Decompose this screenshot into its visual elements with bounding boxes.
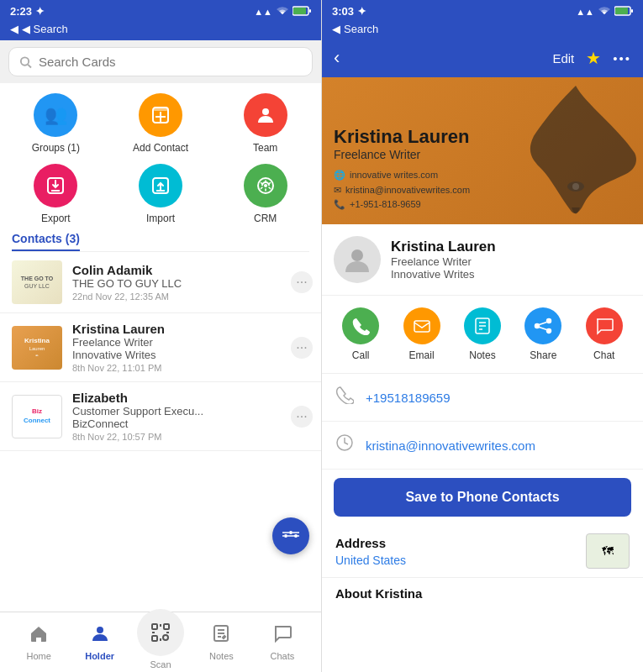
- action-import[interactable]: Import: [113, 164, 208, 224]
- nav-chats[interactable]: Chats: [252, 624, 313, 661]
- scan-button-circle[interactable]: [137, 609, 184, 656]
- svg-point-27: [163, 635, 168, 640]
- search-input[interactable]: [39, 55, 302, 69]
- left-search-nav[interactable]: ◀ ◀ Search: [0, 21, 321, 40]
- right-status-bar: 3:03 ✦ ▲▲: [322, 0, 643, 21]
- chat-icon: [586, 307, 623, 344]
- nav-scan-label: Scan: [150, 659, 171, 669]
- nav-notes-label: Notes: [209, 651, 234, 661]
- home-icon: [29, 624, 48, 648]
- contact-more-elizabeth[interactable]: ···: [291, 406, 313, 428]
- contact-more-kristina[interactable]: ···: [291, 337, 313, 359]
- notes-action-icon: [464, 307, 501, 344]
- svg-point-9: [262, 108, 269, 115]
- contact-detail-body: Kristina Lauren Freelance Writer Innovat…: [322, 224, 643, 672]
- biz-card-content: Kristina Lauren Freelance Writer 🌐 innov…: [334, 126, 470, 213]
- svg-line-50: [540, 323, 547, 325]
- search-bar[interactable]: [8, 47, 313, 76]
- notes-action-label: Notes: [469, 349, 495, 361]
- contact-title-kristina: Freelance Writer: [72, 336, 309, 349]
- profile-info: Kristina Lauren Freelance Writer Innovat…: [391, 239, 496, 281]
- contact-item-elizabeth[interactable]: Biz Connect Elizabeth Customer Support E…: [0, 382, 321, 451]
- holder-icon: [91, 624, 109, 648]
- action-crm[interactable]: CRM: [218, 164, 313, 224]
- action-groups[interactable]: 👥 Groups (1): [8, 93, 103, 154]
- pen-decoration: [509, 77, 643, 224]
- svg-point-41: [351, 249, 363, 261]
- import-icon: [139, 164, 182, 207]
- address-heading: Address: [335, 536, 586, 554]
- svg-point-23: [97, 627, 103, 633]
- svg-rect-25: [164, 624, 169, 629]
- svg-rect-2: [309, 9, 311, 13]
- action-call[interactable]: Call: [342, 307, 379, 361]
- contact-item-kristina[interactable]: Kristina Lauren ✒ Kristina Lauren Freela…: [0, 313, 321, 382]
- action-team[interactable]: Team: [218, 93, 313, 154]
- groups-icon: 👥: [34, 93, 77, 137]
- right-search-label: Search: [344, 23, 378, 35]
- call-label: Call: [352, 349, 370, 361]
- fab-filter-button[interactable]: [272, 517, 309, 554]
- action-chat[interactable]: Chat: [586, 307, 623, 361]
- svg-point-47: [547, 319, 551, 323]
- crm-icon: [244, 164, 287, 207]
- contact-company-elizabeth: BizConnect: [72, 417, 309, 430]
- contacts-count-label: Contacts (3): [12, 232, 80, 245]
- export-label: Export: [41, 213, 71, 224]
- right-battery-icon: [614, 6, 633, 18]
- star-button[interactable]: ★: [586, 48, 601, 68]
- nav-holder[interactable]: Holder: [69, 624, 129, 661]
- contact-title-elizabeth: Customer Support Execu...: [72, 405, 309, 417]
- left-signal-icon: ▲▲: [254, 7, 272, 17]
- right-time: 3:03: [332, 5, 354, 18]
- back-button[interactable]: ‹: [334, 47, 340, 69]
- action-share[interactable]: Share: [524, 307, 561, 361]
- detail-header: ‹ Edit ★ •••: [322, 40, 643, 77]
- svg-point-16: [284, 534, 287, 538]
- contact-thumb-elizabeth: Biz Connect: [12, 395, 62, 438]
- right-panel: 3:03 ✦ ▲▲ ◀ Search: [322, 0, 643, 672]
- contact-thumb-colin: THE GO TO GUY LLC: [12, 260, 62, 304]
- right-back-arrow: ◀: [332, 23, 340, 35]
- svg-rect-26: [152, 636, 157, 641]
- email-field[interactable]: kristina@innovativewrites.com: [322, 422, 643, 470]
- left-wifi-icon: [276, 6, 289, 18]
- left-status-bar: 2:23 ✦ ▲▲: [0, 0, 321, 21]
- crm-label: CRM: [254, 213, 277, 224]
- svg-point-49: [547, 329, 551, 333]
- contact-more-colin[interactable]: ···: [291, 271, 313, 293]
- contact-item-colin[interactable]: THE GO TO GUY LLC Colin Adamik THE GO TO…: [0, 252, 321, 313]
- phone-field-icon: [335, 386, 354, 409]
- contacts-section-header: Contacts (3): [0, 231, 321, 252]
- svg-point-48: [535, 324, 540, 328]
- svg-line-51: [540, 328, 547, 330]
- phone-value: +19518189659: [366, 391, 451, 405]
- save-to-contacts-button[interactable]: Save to Phone Contacts: [334, 478, 631, 517]
- map-thumbnail: 🗺: [586, 533, 630, 569]
- action-export[interactable]: Export: [8, 164, 103, 224]
- more-button[interactable]: •••: [613, 51, 631, 66]
- email-icon: [403, 307, 440, 344]
- bottom-nav: Home Holder: [0, 612, 321, 672]
- biz-card-name: Kristina Lauren: [334, 126, 470, 148]
- right-signal-icon: ▲▲: [576, 7, 594, 17]
- svg-rect-6: [153, 108, 168, 111]
- nav-scan[interactable]: Scan: [130, 616, 191, 669]
- left-location-icon: ✦: [35, 5, 45, 18]
- contact-time-colin: 22nd Nov 22, 12:35 AM: [72, 291, 309, 302]
- action-notes[interactable]: Notes: [464, 307, 501, 361]
- right-search-nav[interactable]: ◀ Search: [322, 21, 643, 40]
- phone-field[interactable]: +19518189659: [322, 374, 643, 422]
- call-icon: [342, 307, 379, 344]
- contact-list: THE GO TO GUY LLC Colin Adamik THE GO TO…: [0, 252, 321, 612]
- nav-notes[interactable]: Notes: [191, 624, 251, 661]
- svg-point-17: [289, 531, 293, 534]
- action-add-contact[interactable]: Add Contact: [113, 93, 208, 154]
- edit-button[interactable]: Edit: [552, 51, 574, 66]
- website-icon: 🌐: [334, 168, 345, 183]
- nav-home-label: Home: [27, 651, 51, 661]
- about-heading: About Kristina: [322, 577, 643, 604]
- nav-home[interactable]: Home: [8, 624, 69, 661]
- action-buttons-row: Call Email: [322, 296, 643, 374]
- action-email[interactable]: Email: [403, 307, 440, 361]
